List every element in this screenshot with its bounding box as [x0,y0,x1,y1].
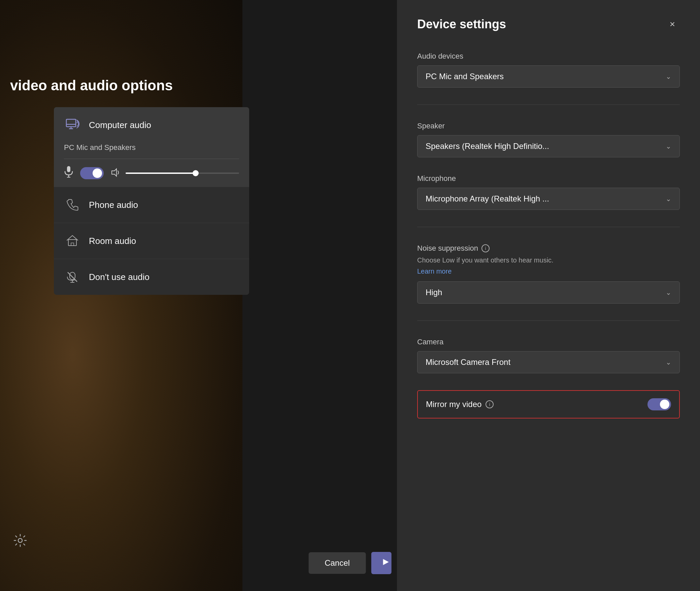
mic-controls [64,166,239,180]
svg-rect-12 [70,272,75,280]
noise-suppression-value: High [426,288,442,297]
mirror-video-section: Mirror my video i [417,390,680,418]
device-settings-panel: Device settings × Audio devices PC Mic a… [397,0,700,591]
microphone-label: Microphone [417,174,680,183]
microphone-value: Microphone Array (Realtek High ... [426,194,549,204]
left-panel: video and audio options Computer audio [0,67,246,305]
noise-suppression-dropdown[interactable]: High ⌄ [417,281,680,304]
noise-suppression-arrow-icon: ⌄ [666,288,671,297]
camera-arrow-icon: ⌄ [666,358,671,366]
noise-suppression-description: Choose Low if you want others to hear mu… [417,255,680,265]
panel-header: Device settings × [417,17,680,32]
cancel-button[interactable]: Cancel [308,552,366,574]
svg-marker-8 [112,169,116,176]
audio-devices-section: Audio devices PC Mic and Speakers ⌄ [417,52,680,88]
room-audio-icon [64,232,81,249]
audio-options-list: Computer audio PC Mic and Speakers [54,107,249,295]
no-audio-label: Don't use audio [89,272,149,282]
noise-suppression-header: Noise suppression i [417,244,680,253]
camera-dropdown[interactable]: Microsoft Camera Front ⌄ [417,351,680,373]
svg-rect-9 [68,240,76,246]
page-title: video and audio options [10,77,236,94]
noise-suppression-title: Noise suppression [417,244,478,253]
speaker-label: Speaker [417,122,680,130]
svg-rect-5 [67,166,70,172]
camera-value: Microsoft Camera Front [426,357,510,367]
mirror-video-info-icon[interactable]: i [486,400,494,408]
bottom-buttons: Cancel [308,552,392,574]
speaker-arrow-icon: ⌄ [666,142,671,150]
mic-toggle[interactable] [80,167,104,179]
audio-devices-value: PC Mic and Speakers [426,72,504,81]
audio-devices-arrow-icon: ⌄ [666,72,671,81]
speaker-value: Speakers (Realtek High Definitio... [426,142,549,151]
audio-devices-dropdown[interactable]: PC Mic and Speakers ⌄ [417,65,680,88]
noise-suppression-section: Noise suppression i Choose Low if you wa… [417,244,680,304]
join-button[interactable] [371,552,392,574]
speaker-section: Speaker Speakers (Realtek High Definitio… [417,122,680,157]
phone-audio-label: Phone audio [89,200,138,210]
svg-rect-10 [71,243,74,246]
microphone-dropdown[interactable]: Microphone Array (Realtek High ... ⌄ [417,188,680,210]
audio-option-room[interactable]: Room audio [54,223,249,259]
camera-section: Camera Microsoft Camera Front ⌄ [417,338,680,373]
speaker-dropdown[interactable]: Speakers (Realtek High Definitio... ⌄ [417,135,680,157]
microphone-section: Microphone Microphone Array (Realtek Hig… [417,174,680,210]
camera-label: Camera [417,338,680,346]
audio-option-none[interactable]: Don't use audio [54,259,249,295]
panel-title: Device settings [417,17,506,31]
volume-slider[interactable] [126,173,239,174]
divider-2 [417,227,680,227]
phone-audio-icon [64,196,81,213]
learn-more-link[interactable]: Learn more [417,268,680,275]
computer-audio-icon [64,117,81,133]
svg-marker-16 [383,559,389,565]
volume-control [110,167,239,179]
computer-audio-label: Computer audio [89,120,151,130]
pc-mic-label: PC Mic and Speakers [64,143,239,152]
microphone-icon [64,166,73,180]
svg-point-15 [18,538,22,542]
audio-option-phone[interactable]: Phone audio [54,187,249,223]
volume-icon [110,167,121,179]
settings-button[interactable] [10,530,30,551]
pc-mic-section: PC Mic and Speakers [54,143,249,187]
close-button[interactable]: × [665,17,680,32]
mirror-label-group: Mirror my video i [426,400,494,409]
mirror-video-toggle[interactable] [647,398,671,410]
audio-option-computer[interactable]: Computer audio [54,107,249,143]
svg-point-4 [77,122,78,123]
room-audio-label: Room audio [89,236,136,246]
svg-rect-0 [66,119,76,127]
divider-1 [417,104,680,105]
noise-suppression-info-icon[interactable]: i [481,244,490,252]
divider [64,159,239,159]
microphone-arrow-icon: ⌄ [666,195,671,203]
mirror-video-label: Mirror my video [426,400,481,409]
divider-3 [417,320,680,321]
no-audio-icon [64,269,81,285]
audio-devices-label: Audio devices [417,52,680,61]
